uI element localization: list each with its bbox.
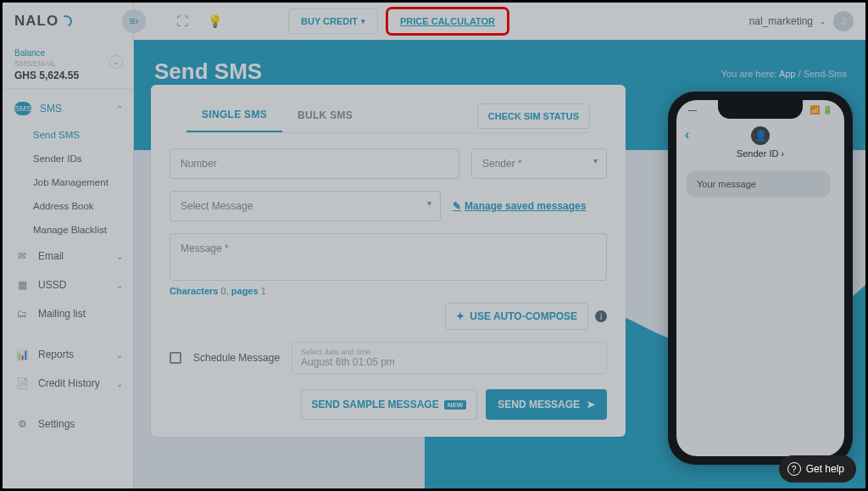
schedule-label: Schedule Message bbox=[193, 352, 280, 364]
nav-manage-blacklist[interactable]: Manage Blacklist bbox=[33, 218, 133, 242]
logo: NALO bbox=[3, 3, 133, 40]
auto-compose-label: USE AUTO-COMPOSE bbox=[470, 310, 577, 322]
chevron-down-icon: ⌄ bbox=[116, 281, 123, 290]
help-label: Get help bbox=[806, 463, 844, 475]
user-menu[interactable]: nal_marketing ⌄ J bbox=[749, 11, 854, 31]
send-sample-button[interactable]: SEND SAMPLE MESSAGENEW bbox=[301, 389, 478, 420]
get-help-button[interactable]: ?Get help bbox=[779, 455, 856, 483]
contact-icon: 👤 bbox=[751, 126, 770, 145]
nav-sms[interactable]: SMS SMS ⌃ bbox=[3, 94, 133, 123]
send-sample-label: SEND SAMPLE MESSAGE bbox=[312, 399, 439, 410]
check-sim-status-button[interactable]: CHECK SIM STATUS bbox=[477, 103, 590, 129]
price-calculator-button[interactable]: PRICE CALCULATOR bbox=[388, 9, 507, 33]
sparkle-icon: ✦ bbox=[456, 310, 465, 322]
question-icon: ? bbox=[787, 462, 801, 476]
phone-back-icon: ‹ bbox=[685, 127, 689, 142]
nav-settings[interactable]: ⚙Settings bbox=[3, 410, 133, 438]
credit-icon: 📄 bbox=[14, 377, 30, 390]
chevron-down-icon: ⌄ bbox=[820, 17, 826, 25]
nav-ussd-label: USSD bbox=[38, 279, 66, 291]
username: nal_marketing bbox=[749, 15, 813, 27]
schedule-hint: Select date and time bbox=[301, 348, 598, 356]
send-message-label: SEND MESSAGE bbox=[498, 399, 580, 410]
mailing-icon: 🗂 bbox=[14, 307, 30, 321]
reports-icon: 📊 bbox=[14, 348, 30, 361]
number-field[interactable]: Number bbox=[170, 148, 459, 179]
topbar: ≡› ⛶ 💡 BUY CREDIT ▾ PRICE CALCULATOR nal… bbox=[134, 3, 865, 40]
nav-settings-label: Settings bbox=[38, 418, 75, 430]
avatar: J bbox=[833, 11, 854, 31]
phone-sender-label: Sender ID › bbox=[676, 148, 844, 159]
sms-icon: SMS bbox=[14, 102, 31, 115]
auto-compose-button[interactable]: ✦USE AUTO-COMPOSE bbox=[445, 303, 588, 330]
edit-icon: ✎ bbox=[453, 200, 461, 212]
chevron-down-icon: ▾ bbox=[361, 17, 365, 25]
schedule-checkbox[interactable] bbox=[170, 352, 181, 364]
crumb-page: Send-Sms bbox=[804, 69, 847, 79]
nav-address-book[interactable]: Address Book bbox=[33, 194, 133, 218]
nav-job-management[interactable]: Job Management bbox=[33, 170, 133, 194]
tabs: SINGLE SMS BULK SMS CHECK SIM STATUS bbox=[186, 100, 590, 133]
nav-sms-label: SMS bbox=[40, 103, 62, 114]
nav-sms-children: Send SMS Sender IDs Job Management Addre… bbox=[3, 123, 133, 242]
balance-amount: GHS 5,624.55 bbox=[14, 70, 121, 81]
nav-reports-label: Reports bbox=[38, 349, 74, 360]
pages-label: pages bbox=[231, 286, 259, 296]
chars-value: 0, bbox=[221, 286, 229, 296]
nav-email-label: Email bbox=[38, 250, 64, 262]
manage-link-label: Manage saved messages bbox=[465, 200, 586, 212]
send-message-button[interactable]: SEND MESSAGE➤ bbox=[486, 389, 607, 420]
buy-credit-label: BUY CREDIT bbox=[301, 16, 358, 26]
brand-text: NALO bbox=[14, 13, 58, 30]
tab-single-sms[interactable]: SINGLE SMS bbox=[186, 100, 282, 132]
info-icon[interactable]: i bbox=[595, 310, 607, 322]
nav-credit-label: Credit History bbox=[38, 377, 100, 389]
logo-arc-icon bbox=[58, 14, 74, 29]
crumb-app[interactable]: App bbox=[779, 69, 796, 79]
sender-select[interactable]: Sender * bbox=[471, 148, 607, 179]
bulb-icon[interactable]: 💡 bbox=[203, 10, 225, 32]
crumb-prefix: You are here: bbox=[721, 69, 777, 79]
ussd-icon: ▦ bbox=[14, 278, 30, 292]
select-message-dropdown[interactable]: Select Message bbox=[170, 191, 441, 221]
nav-reports[interactable]: 📊Reports⌄ bbox=[3, 340, 133, 369]
phone-preview: —📶 🔋 ‹ 👤 Sender ID › Your message bbox=[668, 92, 853, 465]
nav-send-sms[interactable]: Send SMS bbox=[33, 123, 133, 147]
send-icon: ➤ bbox=[587, 399, 595, 410]
chars-label: Characters bbox=[170, 286, 218, 296]
phone-notch bbox=[718, 100, 803, 119]
pages-value: 1 bbox=[261, 286, 266, 296]
manage-saved-messages-link[interactable]: ✎Manage saved messages bbox=[453, 191, 586, 221]
balance-widget[interactable]: Balance SMS/EMAIL GHS 5,624.55 ⌄ bbox=[3, 40, 133, 89]
balance-sublabel: SMS/EMAIL bbox=[14, 59, 121, 68]
message-textarea[interactable]: Message * bbox=[170, 233, 607, 281]
sidebar: NALO Balance SMS/EMAIL GHS 5,624.55 ⌄ SM… bbox=[3, 3, 134, 488]
balance-label: Balance bbox=[14, 48, 121, 58]
chevron-up-icon: ⌃ bbox=[116, 104, 123, 114]
new-badge: NEW bbox=[444, 400, 467, 410]
nav-sender-ids[interactable]: Sender IDs bbox=[33, 147, 133, 170]
char-counter: Characters 0, pages 1 bbox=[170, 286, 607, 296]
chevron-down-icon: ⌄ bbox=[116, 379, 123, 388]
tab-bulk-sms[interactable]: BULK SMS bbox=[282, 101, 368, 131]
nav-ussd[interactable]: ▦USSD⌄ bbox=[3, 271, 133, 299]
schedule-datetime-field[interactable]: Select date and time August 6th 01:05 pm bbox=[292, 342, 607, 374]
nav-mailing-label: Mailing list bbox=[38, 308, 86, 320]
nav-email[interactable]: ✉Email⌄ bbox=[3, 242, 133, 271]
chevron-down-icon: ⌄ bbox=[116, 252, 123, 261]
nav-mailing-list[interactable]: 🗂Mailing list bbox=[3, 299, 133, 328]
email-icon: ✉ bbox=[14, 249, 30, 263]
sidebar-collapse-button[interactable]: ≡› bbox=[122, 9, 146, 33]
phone-message-bubble: Your message bbox=[687, 170, 831, 198]
fullscreen-icon[interactable]: ⛶ bbox=[171, 10, 193, 32]
chevron-down-icon: ⌄ bbox=[116, 350, 123, 360]
sms-form-card: SINGLE SMS BULK SMS CHECK SIM STATUS Num… bbox=[151, 85, 626, 437]
breadcrumb: You are here: App / Send-Sms bbox=[721, 69, 847, 79]
nav-credit-history[interactable]: 📄Credit History⌄ bbox=[3, 369, 133, 398]
buy-credit-button[interactable]: BUY CREDIT ▾ bbox=[288, 8, 378, 34]
nav: SMS SMS ⌃ Send SMS Sender IDs Job Manage… bbox=[3, 89, 133, 488]
chevron-down-icon[interactable]: ⌄ bbox=[109, 55, 123, 69]
gear-icon: ⚙ bbox=[14, 417, 30, 431]
schedule-value: August 6th 01:05 pm bbox=[301, 356, 598, 368]
